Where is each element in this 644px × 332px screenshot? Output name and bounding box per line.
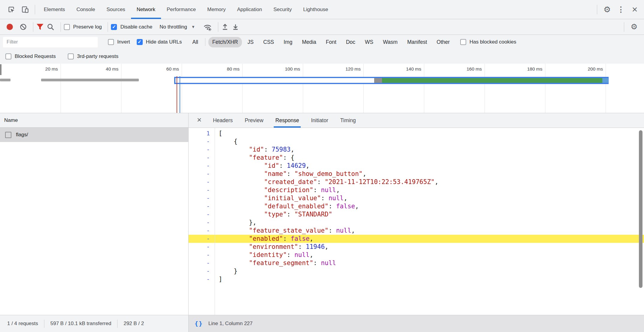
- line-number: -: [189, 202, 215, 210]
- divider: [624, 22, 624, 32]
- blocked-requests-toggle[interactable]: Blocked Requests: [5, 53, 56, 59]
- export-har-button[interactable]: [232, 23, 239, 31]
- invert-toggle[interactable]: Invert: [108, 39, 130, 45]
- overview-edge-strip: [0, 64, 1, 75]
- network-overview-timeline[interactable]: 20 ms40 ms60 ms80 ms100 ms120 ms140 ms16…: [0, 64, 644, 113]
- disable-cache-label: Disable cache: [120, 24, 152, 30]
- search-icon: [47, 23, 55, 31]
- search-button[interactable]: [47, 23, 55, 31]
- clear-button[interactable]: [19, 23, 27, 31]
- code-line[interactable]: - }: [189, 267, 644, 275]
- code-line[interactable]: - "environment": 11946,: [189, 243, 644, 251]
- code-line[interactable]: - "feature": {: [189, 154, 644, 162]
- blocked-requests-checkbox[interactable]: [5, 53, 11, 59]
- tabbar-right-controls: ⚙ ⋮ ×: [594, 0, 644, 19]
- disable-cache-checkbox[interactable]: [111, 24, 117, 30]
- invert-label: Invert: [117, 39, 130, 45]
- filter-chip-other[interactable]: Other: [433, 37, 454, 47]
- has-blocked-cookies-toggle[interactable]: Has blocked cookies: [460, 39, 516, 45]
- detail-tab-preview[interactable]: Preview: [243, 113, 265, 128]
- tab-sources[interactable]: Sources: [101, 0, 131, 19]
- request-row[interactable]: flags/: [0, 128, 188, 142]
- blocked-requests-label: Blocked Requests: [15, 53, 56, 59]
- code-line[interactable]: - "id": 14629,: [189, 162, 644, 170]
- more-menu-icon[interactable]: ⋮: [614, 0, 628, 19]
- gridline: [484, 64, 485, 113]
- network-conditions-button[interactable]: [203, 23, 212, 31]
- line-number: -: [189, 154, 215, 162]
- tab-network[interactable]: Network: [131, 0, 161, 19]
- vertical-scrollbar[interactable]: [639, 130, 643, 288]
- code-line[interactable]: 1[: [189, 129, 644, 137]
- hide-data-urls-toggle[interactable]: Hide data URLs: [137, 39, 182, 45]
- tab-lighthouse[interactable]: Lighthouse: [297, 0, 334, 19]
- code-line[interactable]: - "enabled": false,: [189, 235, 644, 243]
- record-button[interactable]: [5, 24, 16, 30]
- other-request-bar[interactable]: [0, 79, 10, 81]
- code-line[interactable]: -]: [189, 275, 644, 283]
- filter-chip-css[interactable]: CSS: [259, 37, 278, 47]
- tab-memory[interactable]: Memory: [201, 0, 231, 19]
- invert-checkbox[interactable]: [108, 39, 114, 45]
- code-line[interactable]: - "type": "STANDARD": [189, 210, 644, 219]
- tab-console[interactable]: Console: [71, 0, 101, 19]
- third-party-checkbox[interactable]: [68, 53, 74, 59]
- code-line[interactable]: - "feature_state_value": null,: [189, 227, 644, 235]
- filter-chip-font[interactable]: Font: [322, 37, 340, 47]
- detail-tab-response[interactable]: Response: [274, 113, 301, 128]
- tab-application[interactable]: Application: [231, 0, 268, 19]
- tab-elements[interactable]: Elements: [38, 0, 71, 19]
- code-line[interactable]: - "name": "show_demo_button",: [189, 170, 644, 178]
- close-devtools-icon[interactable]: ×: [628, 0, 642, 19]
- filter-chip-manifest[interactable]: Manifest: [403, 37, 431, 47]
- throttling-select[interactable]: No throttling ▼: [160, 24, 195, 30]
- response-code-viewer[interactable]: 1[- {- "id": 75983,- "feature": {- "id":…: [189, 128, 644, 315]
- has-blocked-cookies-checkbox[interactable]: [460, 39, 466, 45]
- code-line[interactable]: - "description": null,: [189, 186, 644, 194]
- close-detail-icon[interactable]: ×: [192, 115, 207, 126]
- network-settings-gear-icon[interactable]: ⚙: [627, 19, 641, 35]
- gridline: [606, 64, 606, 113]
- code-line[interactable]: - "created_date": "2021-11-12T10:22:53.4…: [189, 178, 644, 186]
- hide-data-urls-checkbox[interactable]: [137, 39, 143, 45]
- filter-input[interactable]: [3, 37, 98, 47]
- code-line[interactable]: - "initial_value": null,: [189, 194, 644, 202]
- line-content: "feature": {: [215, 154, 294, 162]
- filter-chip-doc[interactable]: Doc: [342, 37, 359, 47]
- selected-request-waterfall-bar[interactable]: [174, 77, 609, 84]
- gutter-divider: [215, 128, 215, 315]
- preserve-log-toggle[interactable]: Preserve log: [64, 24, 102, 30]
- preserve-log-checkbox[interactable]: [64, 24, 70, 30]
- filter-chip-wasm[interactable]: Wasm: [379, 37, 401, 47]
- filter-chip-js[interactable]: JS: [244, 37, 258, 47]
- disable-cache-toggle[interactable]: Disable cache: [111, 24, 152, 30]
- filter-toggle-button[interactable]: [36, 23, 44, 30]
- detail-tab-initiator[interactable]: Initiator: [309, 113, 330, 128]
- code-line[interactable]: - "id": 75983,: [189, 146, 644, 154]
- code-line[interactable]: - "default_enabled": false,: [189, 202, 644, 210]
- filter-chip-ws[interactable]: WS: [361, 37, 377, 47]
- pretty-print-icon[interactable]: {}: [195, 320, 203, 327]
- transferred-size: 597 B / 10.1 kB transferred: [50, 321, 111, 327]
- device-toolbar-icon[interactable]: [18, 0, 32, 19]
- code-line[interactable]: - {: [189, 137, 644, 146]
- settings-gear-icon[interactable]: ⚙: [600, 0, 614, 19]
- other-request-bar[interactable]: [41, 79, 139, 81]
- code-line[interactable]: - "identity": null,: [189, 251, 644, 259]
- third-party-toggle[interactable]: 3rd-party requests: [68, 53, 118, 59]
- tab-security[interactable]: Security: [268, 0, 297, 19]
- filter-chip-all[interactable]: All: [189, 37, 202, 47]
- tab-performance[interactable]: Performance: [161, 0, 201, 19]
- filter-chip-img[interactable]: Img: [280, 37, 296, 47]
- import-har-button[interactable]: [221, 23, 229, 31]
- filter-chip-media[interactable]: Media: [298, 37, 320, 47]
- code-line[interactable]: - },: [189, 219, 644, 227]
- inspect-element-icon[interactable]: [4, 0, 18, 19]
- line-content: "type": "STANDARD": [215, 210, 332, 219]
- filter-chip-fetch-xhr[interactable]: Fetch/XHR: [208, 37, 242, 47]
- code-line[interactable]: - "feature_segment": null: [189, 259, 644, 267]
- detail-tab-headers[interactable]: Headers: [211, 113, 234, 128]
- name-column-header[interactable]: Name: [0, 113, 188, 128]
- detail-tab-timing[interactable]: Timing: [338, 113, 358, 128]
- line-content: {: [215, 137, 237, 146]
